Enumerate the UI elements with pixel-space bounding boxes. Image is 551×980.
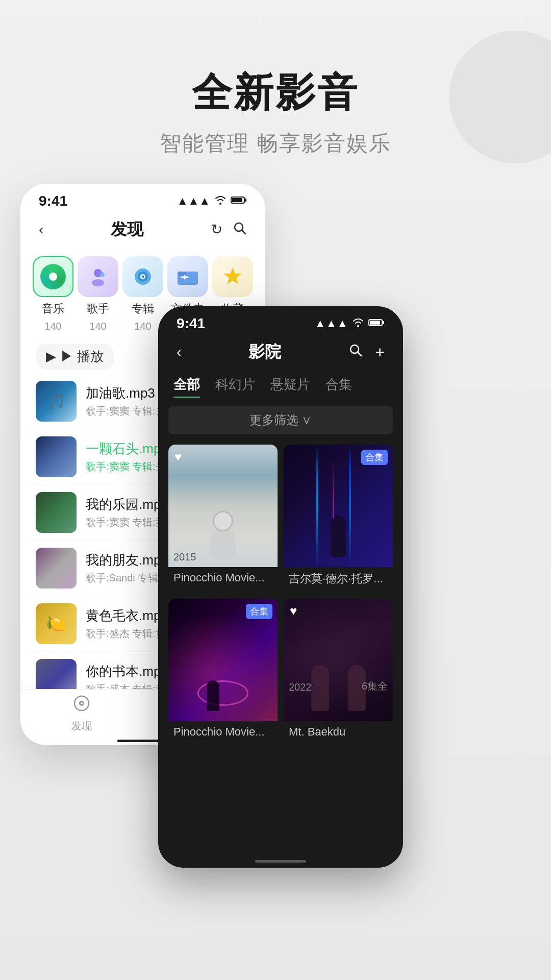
svg-rect-2 bbox=[245, 199, 246, 202]
right-phone: 9:41 ▲▲▲ ‹ 影院 bbox=[158, 306, 403, 868]
movie-info-1: Pinocchio Movie... bbox=[168, 567, 278, 591]
battery-icon bbox=[368, 317, 385, 330]
movie-info-4: Mt. Baekdu bbox=[284, 721, 393, 745]
singer-icon bbox=[88, 266, 108, 287]
play-label: ▶ 播放 bbox=[60, 348, 104, 365]
singer-icon-wrap bbox=[78, 256, 118, 297]
heart-badge-1: ♥ bbox=[174, 450, 182, 464]
filter-tab-mystery[interactable]: 悬疑片 bbox=[270, 373, 310, 398]
music-disc-icon bbox=[40, 264, 66, 289]
filter-tab-all[interactable]: 全部 bbox=[173, 373, 200, 398]
svg-line-29 bbox=[358, 352, 362, 356]
category-music[interactable]: 音乐 140 bbox=[33, 256, 73, 332]
star-icon bbox=[221, 265, 244, 288]
movie-year-1: 2015 bbox=[173, 551, 196, 563]
movie-thumb-3: 合集 bbox=[168, 599, 278, 721]
album-icon-wrap bbox=[122, 256, 163, 297]
right-status-time: 9:41 bbox=[177, 315, 205, 332]
svg-point-19 bbox=[81, 702, 83, 704]
filter-tab-collection[interactable]: 合集 bbox=[325, 373, 352, 398]
folder-icon-wrap bbox=[167, 256, 208, 297]
nav-item-discover[interactable]: 发现 bbox=[71, 694, 92, 733]
filter-tab-scifi[interactable]: 科幻片 bbox=[215, 373, 255, 398]
movie-info-3: Pinocchio Movie... bbox=[168, 721, 278, 745]
category-album-label: 专辑 bbox=[132, 301, 154, 316]
svg-rect-1 bbox=[232, 198, 242, 202]
category-singer-count: 140 bbox=[89, 321, 106, 332]
movie-title-3: Pinocchio Movie... bbox=[173, 725, 265, 738]
music-icon-wrap bbox=[33, 256, 73, 297]
heart-badge-4: ♥ bbox=[290, 604, 297, 618]
right-status-icons: ▲▲▲ bbox=[315, 317, 385, 330]
category-singer[interactable]: 歌手 140 bbox=[78, 256, 118, 332]
movie-episodes-4: 6集全 bbox=[362, 679, 388, 693]
album-icon bbox=[132, 266, 154, 287]
song-thumbnail-4 bbox=[36, 548, 77, 589]
svg-rect-26 bbox=[370, 321, 380, 325]
folder-icon bbox=[177, 267, 199, 286]
left-status-time: 9:41 bbox=[39, 193, 67, 209]
right-add-icon[interactable]: + bbox=[375, 343, 385, 362]
right-search-icon[interactable] bbox=[348, 343, 363, 362]
right-home-indicator bbox=[255, 860, 306, 863]
left-back-button[interactable]: ‹ bbox=[39, 222, 43, 238]
movie-info-2: 吉尔莫·德尔·托罗... bbox=[284, 567, 393, 593]
movie-card-1[interactable]: ♥ 2015 Pinocchio Movie... bbox=[168, 445, 278, 593]
movie-card-2[interactable]: 合集 吉尔莫·德尔·托罗... bbox=[284, 445, 393, 593]
song-thumbnail-2 bbox=[36, 436, 77, 477]
wifi-icon bbox=[214, 194, 227, 208]
movie-grid: ♥ 2015 Pinocchio Movie... 合集 吉尔莫·德尔·托罗..… bbox=[158, 438, 403, 751]
hero-section: 全新影音 智能管理 畅享影音娱乐 bbox=[0, 66, 551, 158]
left-nav-bar: ‹ 发现 ↻ bbox=[20, 213, 265, 246]
right-back-button[interactable]: ‹ bbox=[177, 344, 181, 360]
category-album[interactable]: 专辑 140 bbox=[122, 256, 163, 332]
right-status-bar: 9:41 ▲▲▲ bbox=[158, 306, 403, 336]
play-button[interactable]: ▶ ▶ 播放 bbox=[36, 344, 114, 370]
left-status-bar: 9:41 ▲▲▲ bbox=[20, 184, 265, 213]
movie-title-2: 吉尔莫·德尔·托罗... bbox=[289, 572, 383, 585]
collection-badge-2: 合集 bbox=[361, 450, 388, 465]
search-icon[interactable] bbox=[233, 221, 247, 239]
signal-icon: ▲▲▲ bbox=[315, 317, 348, 330]
movie-card-3[interactable]: 合集 Pinocchio Movie... bbox=[168, 599, 278, 745]
movie-year-4: 2022 bbox=[289, 681, 312, 693]
play-icon: ▶ bbox=[46, 349, 56, 364]
category-album-count: 140 bbox=[134, 321, 151, 332]
svg-rect-13 bbox=[178, 272, 187, 276]
hero-subtitle: 智能管理 畅享影音娱乐 bbox=[0, 129, 551, 158]
discover-icon bbox=[72, 694, 91, 717]
movie-title-1: Pinocchio Movie... bbox=[173, 571, 265, 584]
movie-card-4[interactable]: ♥ 2022 6集全 Mt. Baekdu bbox=[284, 599, 393, 745]
svg-point-11 bbox=[142, 276, 144, 278]
category-singer-label: 歌手 bbox=[87, 301, 109, 316]
song-thumbnail-1: 🎵 bbox=[36, 381, 77, 422]
refresh-icon[interactable]: ↻ bbox=[211, 221, 222, 239]
collection-badge-3: 合集 bbox=[246, 604, 272, 619]
svg-point-3 bbox=[235, 223, 243, 231]
svg-line-4 bbox=[242, 230, 245, 234]
category-music-count: 140 bbox=[44, 321, 61, 332]
movie-thumb-1: ♥ 2015 bbox=[168, 445, 278, 567]
right-nav-bar: ‹ 影院 + bbox=[158, 336, 403, 369]
svg-point-28 bbox=[350, 345, 359, 353]
left-status-icons: ▲▲▲ bbox=[177, 194, 247, 208]
hero-title: 全新影音 bbox=[0, 66, 551, 120]
signal-icon: ▲▲▲ bbox=[177, 194, 210, 208]
song-thumbnail-5: 🍋 bbox=[36, 603, 77, 644]
left-nav-icons: ↻ bbox=[211, 221, 247, 239]
nav-label-discover: 发现 bbox=[71, 719, 92, 733]
wifi-icon bbox=[352, 317, 364, 330]
svg-point-7 bbox=[99, 272, 105, 277]
star-icon-wrap bbox=[212, 256, 253, 297]
filter-tabs: 全部 科幻片 悬疑片 合集 bbox=[158, 369, 403, 402]
right-nav-icons: + bbox=[348, 343, 385, 362]
movie-thumb-2: 合集 bbox=[284, 445, 393, 567]
movie-title-4: Mt. Baekdu bbox=[289, 725, 345, 738]
battery-icon bbox=[231, 194, 247, 208]
more-filter-button[interactable]: 更多筛选 ∨ bbox=[168, 406, 393, 434]
movie-thumb-4: ♥ 2022 6集全 bbox=[284, 599, 393, 721]
right-nav-title: 影院 bbox=[248, 341, 281, 363]
svg-rect-27 bbox=[383, 321, 384, 324]
svg-point-6 bbox=[92, 279, 104, 286]
svg-marker-16 bbox=[223, 267, 242, 284]
